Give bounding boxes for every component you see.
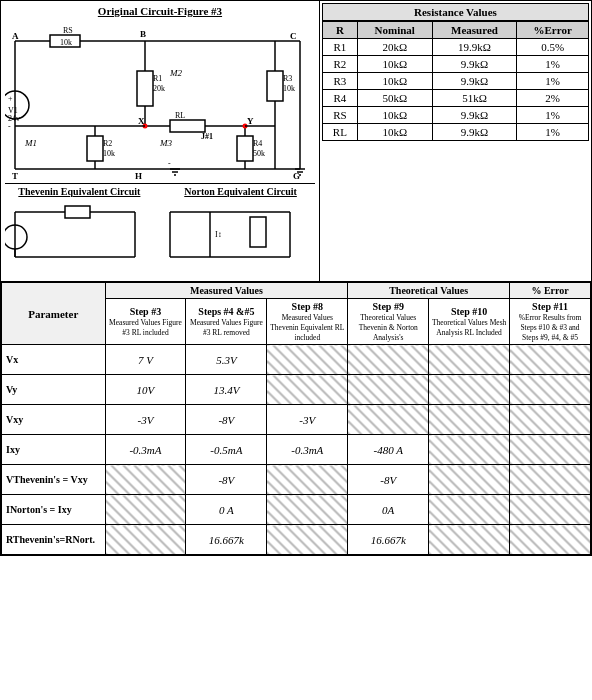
bottom-section: Parameter Measured Values Theoretical Va… xyxy=(0,282,592,556)
row-param: INorton's = Ixy xyxy=(2,495,106,525)
res-cell-measured: 9.9kΩ xyxy=(432,124,517,141)
svg-text:10k: 10k xyxy=(103,149,115,158)
res-col-nominal: Nominal xyxy=(357,22,432,39)
res-cell-r: RS xyxy=(322,107,357,124)
norton-diagram: I↕ xyxy=(160,197,315,277)
data-cell-0: 7 V xyxy=(105,345,186,375)
res-cell-measured: 51kΩ xyxy=(432,90,517,107)
svg-text:A: A xyxy=(12,31,19,41)
row-param: Ixy xyxy=(2,435,106,465)
data-cell-2: -0.3mA xyxy=(267,435,348,465)
main-table: Parameter Measured Values Theoretical Va… xyxy=(1,282,591,555)
data-cell-0 xyxy=(105,465,186,495)
svg-rect-42 xyxy=(170,120,205,132)
svg-text:M2: M2 xyxy=(169,68,182,78)
data-row: Vx7 V5.3V xyxy=(2,345,591,375)
data-cell-4 xyxy=(429,405,510,435)
data-row: Vy10V13.4V xyxy=(2,375,591,405)
res-cell-nominal: 50kΩ xyxy=(357,90,432,107)
svg-text:R1: R1 xyxy=(153,74,162,83)
data-cell-4 xyxy=(429,375,510,405)
data-cell-3 xyxy=(348,375,429,405)
data-cell-4 xyxy=(429,525,510,555)
svg-rect-26 xyxy=(87,136,103,161)
data-cell-1: 13.4V xyxy=(186,375,267,405)
data-cell-2 xyxy=(267,375,348,405)
res-cell-r: R4 xyxy=(322,90,357,107)
data-cell-4 xyxy=(429,495,510,525)
res-col-r: R xyxy=(322,22,357,39)
data-cell-5 xyxy=(510,525,591,555)
data-cell-0: -3V xyxy=(105,405,186,435)
data-cell-0 xyxy=(105,525,186,555)
resistance-table-area: Resistance Values R Nominal Measured %Er… xyxy=(320,1,591,281)
data-cell-1: -0.5mA xyxy=(186,435,267,465)
svg-text:R3: R3 xyxy=(283,74,292,83)
data-cell-2 xyxy=(267,495,348,525)
res-cell-measured: 19.9kΩ xyxy=(432,39,517,56)
measured-group-header: Measured Values xyxy=(105,283,348,299)
svg-text:C: C xyxy=(290,31,297,41)
data-cell-1: -8V xyxy=(186,405,267,435)
data-row: Ixy-0.3mA-0.5mA-0.3mA-480 A xyxy=(2,435,591,465)
row-param: Vx xyxy=(2,345,106,375)
circuit-title: Original Circuit-Figure #3 xyxy=(5,5,315,17)
resistance-title: Resistance Values xyxy=(322,3,589,21)
svg-text:10k: 10k xyxy=(60,38,72,47)
res-cell-error: 1% xyxy=(517,124,589,141)
row-param: VThevenin's = Vxy xyxy=(2,465,106,495)
data-cell-0: -0.3mA xyxy=(105,435,186,465)
row-param: Vy xyxy=(2,375,106,405)
svg-text:20k: 20k xyxy=(153,84,165,93)
svg-text:+: + xyxy=(8,94,13,103)
res-cell-r: R2 xyxy=(322,56,357,73)
res-cell-error: 1% xyxy=(517,56,589,73)
res-table-row: RS10kΩ9.9kΩ1% xyxy=(322,107,588,124)
data-cell-4 xyxy=(429,465,510,495)
data-cell-3: -8V xyxy=(348,465,429,495)
res-cell-measured: 9.9kΩ xyxy=(432,56,517,73)
data-cell-3 xyxy=(348,345,429,375)
step-header-5: Step #11%Error Results from Steps #10 & … xyxy=(510,299,591,345)
data-cell-5 xyxy=(510,405,591,435)
svg-text:R4: R4 xyxy=(253,139,262,148)
data-row: VThevenin's = Vxy-8V-8V xyxy=(2,465,591,495)
data-cell-2 xyxy=(267,345,348,375)
data-cell-4 xyxy=(429,345,510,375)
svg-text:M3: M3 xyxy=(159,138,172,148)
data-cell-1: 0 A xyxy=(186,495,267,525)
res-table-row: RL10kΩ9.9kΩ1% xyxy=(322,124,588,141)
svg-text:RS: RS xyxy=(63,26,73,35)
res-col-error: %Error xyxy=(517,22,589,39)
svg-text:RL: RL xyxy=(175,111,185,120)
res-cell-error: 1% xyxy=(517,73,589,90)
svg-text:T: T xyxy=(12,171,18,181)
res-cell-measured: 9.9kΩ xyxy=(432,73,517,90)
svg-text:-: - xyxy=(168,159,171,168)
data-cell-2: -3V xyxy=(267,405,348,435)
step-header-3: Step #9Theoretical Values Thevenin & Nor… xyxy=(348,299,429,345)
svg-text:H: H xyxy=(135,171,142,181)
svg-text:Y: Y xyxy=(247,116,254,126)
row-param: RThevenin's=RNort. xyxy=(2,525,106,555)
svg-text:R2: R2 xyxy=(103,139,112,148)
step-header-0: Step #3Measured Values Figure #3 RL incl… xyxy=(105,299,186,345)
res-col-measured: Measured xyxy=(432,22,517,39)
data-cell-2 xyxy=(267,525,348,555)
svg-text:-: - xyxy=(8,122,11,131)
svg-text:10k: 10k xyxy=(283,84,295,93)
data-cell-5 xyxy=(510,495,591,525)
theoretical-group-header: Theoretical Values xyxy=(348,283,510,299)
res-cell-nominal: 20kΩ xyxy=(357,39,432,56)
error-group-header: % Error xyxy=(510,283,591,299)
res-cell-r: RL xyxy=(322,124,357,141)
svg-rect-37 xyxy=(237,136,253,161)
data-cell-2 xyxy=(267,465,348,495)
data-cell-5 xyxy=(510,345,591,375)
circuit-diagram: A RS 10k B C T H G + V1 24v xyxy=(5,21,315,181)
thevenin-diagram xyxy=(5,197,160,277)
circuit-area: Original Circuit-Figure #3 A RS 10k B C xyxy=(1,1,320,281)
svg-rect-21 xyxy=(137,71,153,106)
data-cell-5 xyxy=(510,465,591,495)
data-cell-5 xyxy=(510,375,591,405)
